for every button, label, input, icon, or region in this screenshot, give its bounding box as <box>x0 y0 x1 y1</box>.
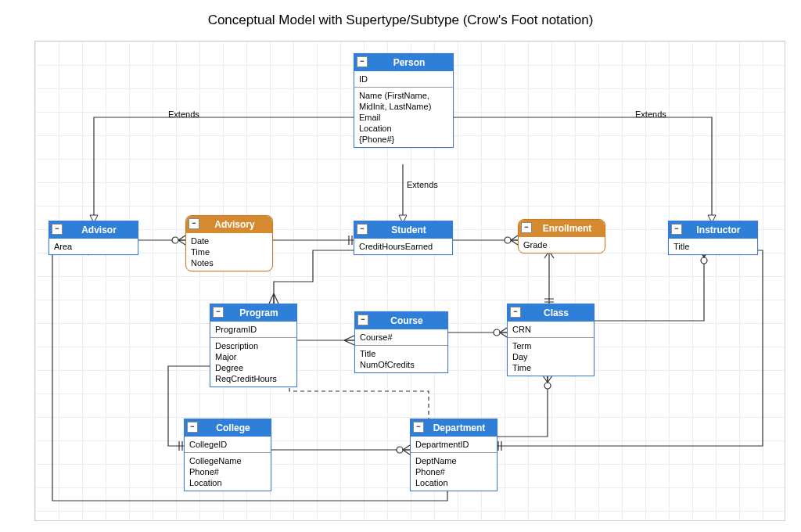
label-extends-mid: Extends <box>407 180 438 189</box>
entity-advisor[interactable]: −Advisor Area <box>48 221 138 255</box>
attrs: CreditHoursEarned <box>354 239 452 254</box>
collapse-icon[interactable]: − <box>521 222 532 233</box>
pk: DepartmentID <box>411 437 497 452</box>
collapse-icon[interactable]: − <box>413 422 424 433</box>
collapse-icon[interactable]: − <box>671 224 682 235</box>
collapse-icon[interactable]: − <box>357 315 368 325</box>
pk: Course# <box>355 329 447 345</box>
attrs: Grade <box>519 237 605 253</box>
attrs: Date Time Notes <box>186 233 272 271</box>
entity-title: Advisory <box>214 219 254 230</box>
attrs: Description Major Degree ReqCreditHours <box>210 337 296 386</box>
entity-title: Person <box>393 57 426 68</box>
pk: ID <box>354 71 453 87</box>
entity-title: Program <box>239 307 278 318</box>
collapse-icon[interactable]: − <box>510 307 521 318</box>
pk: CRN <box>508 322 594 337</box>
entity-enrollment[interactable]: −Enrollment Grade <box>518 219 605 253</box>
entity-student[interactable]: −Student CreditHoursEarned <box>354 221 453 255</box>
label-extends-right: Extends <box>635 110 666 119</box>
entity-class[interactable]: −Class CRN Term Day Time <box>507 304 594 376</box>
entity-title: Student <box>391 225 426 235</box>
entity-title: Instructor <box>696 225 740 235</box>
attrs: Name (FirstName, MidInit, LastName) Emai… <box>354 87 453 147</box>
attrs: DeptName Phone# Location <box>411 452 497 491</box>
collapse-icon[interactable]: − <box>357 56 368 67</box>
entity-person[interactable]: −Person ID Name (FirstName, MidInit, Las… <box>354 53 454 148</box>
pk: ProgramID <box>210 322 296 337</box>
entity-program[interactable]: −Program ProgramID Description Major Deg… <box>210 304 297 387</box>
entity-title: College <box>216 422 250 433</box>
entity-college[interactable]: −College CollegeID CollegeName Phone# Lo… <box>184 419 271 491</box>
entity-department[interactable]: −Department DepartmentID DeptName Phone#… <box>410 419 497 491</box>
entity-title: Class <box>544 307 569 318</box>
collapse-icon[interactable]: − <box>213 307 224 318</box>
entity-title: Course <box>390 315 422 326</box>
attrs: Term Day Time <box>508 337 594 376</box>
attrs: Title <box>669 239 757 254</box>
entity-title: Advisor <box>81 225 117 235</box>
diagram-canvas: Conceptual Model with Supertype/Subtype … <box>0 0 801 532</box>
collapse-icon[interactable]: − <box>187 422 198 433</box>
attrs: Title NumOfCredits <box>355 345 447 372</box>
diagram-title: Conceptual Model with Supertype/Subtype … <box>0 13 801 28</box>
attrs: CollegeName Phone# Location <box>185 452 271 491</box>
entity-title: Department <box>433 422 486 433</box>
collapse-icon[interactable]: − <box>189 218 199 229</box>
entity-advisory[interactable]: −Advisory Date Time Notes <box>185 215 273 271</box>
collapse-icon[interactable]: − <box>357 224 368 235</box>
entity-instructor[interactable]: −Instructor Title <box>668 221 758 255</box>
attrs: Area <box>49 239 138 254</box>
collapse-icon[interactable]: − <box>52 224 63 235</box>
entity-course[interactable]: −Course Course# Title NumOfCredits <box>354 311 448 373</box>
entity-title: Enrollment <box>543 223 592 234</box>
label-extends-left: Extends <box>168 110 199 119</box>
pk: CollegeID <box>185 437 271 452</box>
